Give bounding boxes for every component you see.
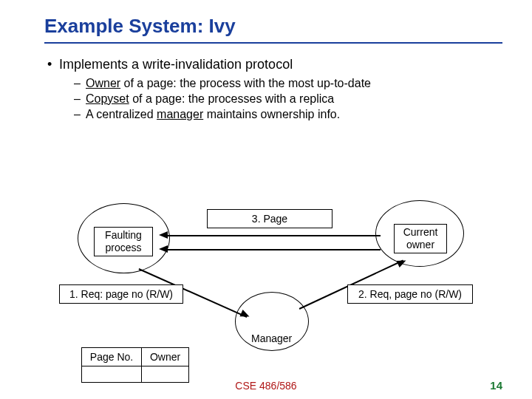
ownership-table: Page No. Owner	[81, 347, 189, 383]
sub1-underline: Owner	[86, 77, 120, 89]
manager-label: Manager	[251, 332, 292, 344]
table-h2-text: Owner	[150, 351, 180, 364]
sub-bullet-3: –A centralized manager maintains ownersh…	[74, 108, 502, 121]
sub-bullet-2: –Copyset of a page: the processes with a…	[74, 92, 502, 106]
bullet-main-text: Implements a write-invalidation protocol	[59, 57, 293, 72]
diagram: 3. Page Faulting process Current owner 1…	[0, 188, 532, 358]
req1-box: 1. Req: page no (R/W)	[59, 284, 183, 304]
sub1-post: of a page: the process with the most up-…	[120, 77, 371, 89]
arrow-page2-head	[159, 245, 168, 253]
arrow-page-line	[166, 235, 381, 236]
req1-text: 1. Req: page no (R/W)	[69, 288, 173, 301]
sub3-post: maintains ownership info.	[203, 108, 340, 120]
arrow-page2-line	[166, 249, 381, 250]
manager-text: Manager	[251, 332, 292, 344]
faulting-box: Faulting process	[94, 227, 153, 256]
sub2-post: of a page: the processes with a replica	[129, 92, 335, 105]
req2-text: 2. Req, page no (R/W)	[358, 288, 462, 301]
req2-box: 2. Req, page no (R/W)	[347, 284, 473, 304]
faulting-text: Faulting process	[105, 229, 142, 254]
table-h1-text: Page No.	[90, 351, 133, 364]
arrow-page-head	[159, 231, 168, 239]
sub3-pre: A centralized	[86, 108, 157, 120]
footer-page-number: 14	[490, 379, 502, 392]
footer-course: CSE 486/586	[0, 380, 532, 392]
page-msg-box: 3. Page	[207, 209, 332, 228]
sub2-underline: Copyset	[86, 92, 129, 105]
sub-bullet-1: –Owner of a page: the process with the m…	[74, 77, 502, 90]
current-owner-text: Current owner	[403, 226, 438, 251]
bullet-list: •Implements a write-invalidation protoco…	[44, 57, 502, 121]
table-header-pageno: Page No.	[81, 347, 142, 366]
table-header-owner: Owner	[142, 347, 189, 366]
slide-title: Example System: Ivy	[44, 15, 502, 44]
sub3-underline: manager	[157, 108, 203, 120]
current-owner-box: Current owner	[394, 224, 447, 253]
bullet-main: •Implements a write-invalidation protoco…	[47, 57, 502, 72]
page-msg-text: 3. Page	[252, 213, 287, 225]
